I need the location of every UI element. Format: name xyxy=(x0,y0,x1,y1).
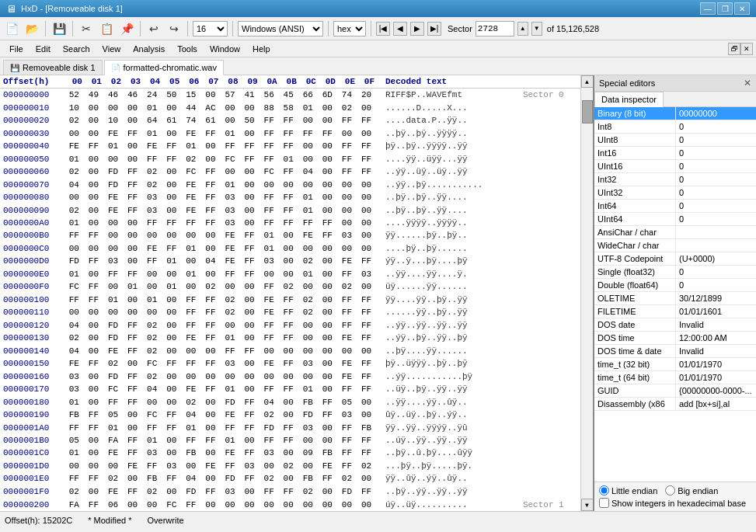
hex-byte-cell[interactable]: 02 xyxy=(145,332,165,344)
hex-byte-cell[interactable]: 00 xyxy=(68,191,87,203)
hex-byte-cell[interactable]: 00 xyxy=(340,178,360,190)
hex-byte-cell[interactable]: 10 xyxy=(68,102,87,114)
hex-byte-cell[interactable]: 04 xyxy=(68,178,87,190)
hex-byte-cell[interactable]: FD xyxy=(106,332,126,344)
hex-byte-cell[interactable]: FF xyxy=(68,294,87,306)
hex-byte-cell[interactable]: FB xyxy=(301,395,321,408)
hex-byte-cell[interactable]: FF xyxy=(204,165,223,178)
hex-byte-cell[interactable]: FF xyxy=(282,306,301,318)
table-row[interactable]: 0000000E00100FFFF00000100FFFF00000100FF0… xyxy=(0,268,580,280)
table-row[interactable]: 00000001010000000010044AC000088580100020… xyxy=(0,102,580,114)
hex-byte-cell[interactable]: 02 xyxy=(106,472,126,485)
hex-byte-cell[interactable]: 03 xyxy=(301,421,321,433)
hex-byte-cell[interactable]: 02 xyxy=(340,472,360,485)
hex-byte-cell[interactable]: FE xyxy=(68,140,87,152)
hex-byte-cell[interactable]: FF xyxy=(145,421,165,433)
hex-byte-cell[interactable]: 20 xyxy=(360,89,379,102)
hex-byte-cell[interactable]: 00 xyxy=(87,114,106,127)
hex-byte-cell[interactable]: FF xyxy=(282,217,301,229)
panel-restore-button[interactable]: 🗗 xyxy=(728,43,740,55)
hex-byte-cell[interactable]: 00 xyxy=(321,203,340,216)
hex-byte-cell[interactable]: 00 xyxy=(87,319,106,332)
hex-byte-cell[interactable]: 01 xyxy=(68,268,87,280)
hex-byte-cell[interactable]: FE xyxy=(106,191,126,203)
hex-byte-cell[interactable]: 09 xyxy=(301,447,321,459)
undo-button[interactable]: ↩ xyxy=(145,20,162,37)
hex-byte-cell[interactable]: FF xyxy=(360,447,379,459)
hex-byte-cell[interactable]: 03 xyxy=(263,447,282,459)
hex-byte-cell[interactable]: FF xyxy=(360,165,379,178)
hex-byte-cell[interactable]: 00 xyxy=(321,332,340,344)
hex-byte-cell[interactable]: FF xyxy=(126,332,145,344)
hex-byte-cell[interactable]: FE xyxy=(184,127,204,140)
hex-byte-cell[interactable]: FA xyxy=(68,498,87,511)
table-row[interactable]: 000000000524946462450150057415645666D742… xyxy=(0,89,580,102)
hex-byte-cell[interactable]: 02 xyxy=(68,332,87,344)
hex-byte-cell[interactable]: FF xyxy=(204,434,223,447)
hex-byte-cell[interactable]: FA xyxy=(106,434,126,447)
hex-byte-cell[interactable]: 00 xyxy=(165,229,184,242)
inspector-row[interactable]: UInt80 xyxy=(594,134,756,147)
hex-byte-cell[interactable]: 00 xyxy=(204,268,223,280)
hex-byte-cell[interactable]: FF xyxy=(223,421,242,433)
hex-byte-cell[interactable]: 00 xyxy=(165,332,184,344)
inspector-row[interactable]: OLETIME30/12/1899 xyxy=(594,292,756,305)
hex-byte-cell[interactable]: FE xyxy=(340,357,360,370)
inspector-row[interactable]: DOS time & dateInvalid xyxy=(594,345,756,358)
hex-byte-cell[interactable]: 00 xyxy=(106,229,126,242)
hex-byte-cell[interactable]: 00 xyxy=(145,268,165,280)
hex-byte-cell[interactable]: 00 xyxy=(106,306,126,318)
hex-byte-cell[interactable]: FF xyxy=(340,383,360,395)
inspector-row[interactable]: DOS dateInvalid xyxy=(594,318,756,332)
hex-byte-cell[interactable]: 02 xyxy=(184,152,204,165)
hex-byte-cell[interactable]: FB xyxy=(145,472,165,485)
hex-byte-cell[interactable]: FF xyxy=(184,319,204,332)
hex-byte-cell[interactable]: 02 xyxy=(301,255,321,267)
hex-byte-cell[interactable]: 00 xyxy=(282,178,301,190)
hex-byte-cell[interactable]: FF xyxy=(145,255,165,267)
hex-byte-cell[interactable]: 00 xyxy=(126,357,145,370)
hex-byte-cell[interactable]: 00 xyxy=(301,319,321,332)
hex-byte-cell[interactable]: 10 xyxy=(106,114,126,127)
maximize-button[interactable]: ❐ xyxy=(717,2,733,15)
hex-byte-cell[interactable]: FF xyxy=(301,217,321,229)
hex-byte-cell[interactable]: 04 xyxy=(68,344,87,356)
inspector-row[interactable]: Single (float32)0 xyxy=(594,266,756,279)
inspector-row[interactable]: time_t (32 bit)01/01/1970 xyxy=(594,358,756,371)
hex-byte-cell[interactable]: FF xyxy=(126,203,145,216)
hex-byte-cell[interactable]: FB xyxy=(68,409,87,421)
hex-byte-cell[interactable]: 02 xyxy=(145,178,165,190)
hex-byte-cell[interactable]: 00 xyxy=(242,319,262,332)
hex-byte-cell[interactable]: 00 xyxy=(301,152,321,165)
hex-byte-cell[interactable]: 00 xyxy=(282,268,301,280)
table-row[interactable]: 000000100FFFF01000100FFFF0200FEFF0200FFF… xyxy=(0,294,580,306)
hex-byte-cell[interactable]: 00 xyxy=(360,395,379,408)
hex-byte-cell[interactable]: 6D xyxy=(321,89,340,102)
hex-byte-cell[interactable]: 02 xyxy=(282,460,301,472)
hex-byte-cell[interactable]: 00 xyxy=(87,370,106,382)
hex-byte-cell[interactable]: 00 xyxy=(242,203,262,216)
hex-byte-cell[interactable]: FF xyxy=(87,280,106,293)
inspector-value[interactable]: 0 xyxy=(676,200,756,212)
hex-byte-cell[interactable]: FF xyxy=(360,332,379,344)
hex-byte-cell[interactable]: FE xyxy=(126,460,145,472)
hex-byte-cell[interactable]: FF xyxy=(68,421,87,433)
hex-byte-cell[interactable]: FF xyxy=(126,395,145,408)
menu-edit[interactable]: Edit xyxy=(30,43,57,55)
hex-byte-cell[interactable]: 00 xyxy=(87,447,106,459)
hex-byte-cell[interactable]: FF xyxy=(126,165,145,178)
hex-byte-cell[interactable]: 00 xyxy=(321,140,340,152)
hex-byte-cell[interactable]: 01 xyxy=(223,332,242,344)
hex-byte-cell[interactable]: 00 xyxy=(360,280,379,293)
hex-byte-cell[interactable]: 03 xyxy=(165,460,184,472)
menu-view[interactable]: View xyxy=(96,43,127,55)
hex-byte-cell[interactable]: 00 xyxy=(242,434,262,447)
hex-byte-cell[interactable]: 00 xyxy=(87,152,106,165)
hex-byte-cell[interactable]: 00 xyxy=(301,332,321,344)
menu-window[interactable]: Window xyxy=(204,43,246,55)
hex-byte-cell[interactable]: 00 xyxy=(165,395,184,408)
hex-byte-cell[interactable]: 00 xyxy=(126,421,145,433)
hex-byte-cell[interactable]: 00 xyxy=(184,229,204,242)
hex-byte-cell[interactable]: 03 xyxy=(340,229,360,242)
inspector-row[interactable]: time_t (64 bit)01/01/1970 xyxy=(594,371,756,384)
